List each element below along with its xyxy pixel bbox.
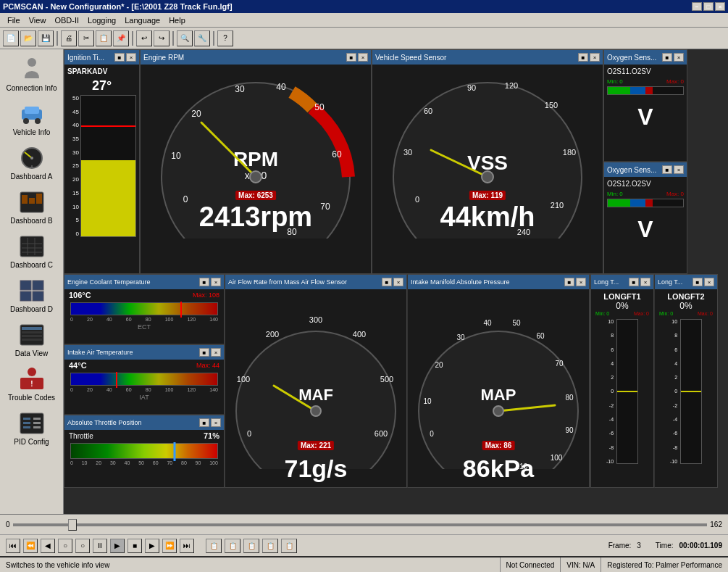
transport-copy2-btn[interactable]: 📋 (225, 539, 240, 553)
svg-text:50: 50 (512, 319, 521, 327)
dashboard-d-icon (17, 276, 46, 305)
transport-prev-btn[interactable]: ◀ (41, 539, 55, 553)
throttle-close-btn[interactable]: × (211, 418, 221, 427)
playback-slider[interactable] (13, 523, 708, 526)
minimize-button[interactable]: − (692, 2, 702, 11)
sidebar-item-data-view[interactable]: Data View (3, 318, 61, 360)
sidebar-item-dashboard-c[interactable]: Dashboard C (3, 229, 61, 272)
new-button[interactable]: 📄 (3, 30, 19, 46)
svg-point-51 (250, 171, 262, 183)
sidebar-item-dashboard-d[interactable]: Dashboard D (3, 273, 61, 316)
maf-min-btn[interactable]: ■ (382, 278, 392, 286)
o2-top-min-btn[interactable]: ■ (662, 53, 672, 62)
sidebar-item-dashboard-b[interactable]: Dashboard B (3, 185, 61, 228)
longft1-close-btn[interactable]: × (640, 278, 650, 286)
maximize-button[interactable]: □ (703, 2, 714, 11)
svg-text:!: ! (30, 380, 33, 388)
toolbar-separator-4 (213, 31, 214, 46)
vss-title: Vehicle Speed Sensor (375, 54, 446, 62)
vss-gauge-area: 0 30 60 90 120 150 180 210 240 VSS (372, 65, 603, 239)
ect-min-btn[interactable]: ■ (199, 278, 209, 286)
ect-label: ECT (64, 323, 224, 331)
sidebar-item-trouble-codes[interactable]: ! Trouble Codes (3, 362, 61, 405)
o2-top-panel: Oxygen Sens... ■ × O2S11.O2SV Min: 0 Max… (603, 49, 687, 162)
gauge-row-2: Engine Coolant Temperature ■ × 106°C Max… (64, 274, 728, 488)
menu-language[interactable]: Language (120, 14, 164, 26)
playback-slider-container (13, 523, 708, 526)
playback-thumb[interactable] (68, 519, 77, 531)
menu-file[interactable]: File (3, 14, 25, 26)
transport-circle1-btn[interactable]: ○ (58, 539, 72, 553)
tb-btn-5[interactable]: ✂ (78, 30, 94, 46)
open-button[interactable]: 📂 (20, 30, 36, 46)
svg-text:600: 600 (375, 429, 388, 438)
map-close-btn[interactable]: × (576, 278, 586, 286)
iat-close-btn[interactable]: × (211, 348, 221, 357)
tb-btn-4[interactable]: 🖨 (61, 30, 77, 46)
tb-btn-11[interactable]: 🔧 (194, 30, 210, 46)
transport-copy5-btn[interactable]: 📋 (281, 539, 297, 553)
svg-text:120: 120 (505, 81, 518, 90)
title-bar: PCMSCAN - New Configuration* - [E:\2001 … (0, 0, 728, 13)
close-button[interactable]: × (715, 2, 725, 11)
transport-copy3-btn[interactable]: 📋 (243, 539, 259, 553)
vss-min-btn[interactable]: ■ (578, 53, 588, 62)
tb-btn-10[interactable]: 🔍 (177, 30, 193, 46)
transport-circle2-btn[interactable]: ○ (75, 539, 90, 553)
transport-play-btn[interactable]: ▶ (110, 539, 125, 553)
svg-text:70: 70 (320, 202, 330, 212)
menu-help[interactable]: Help (164, 14, 190, 26)
transport-pause-btn[interactable]: ⏸ (93, 539, 107, 553)
maf-close-btn[interactable]: × (393, 278, 403, 286)
o2-bottom-min-btn[interactable]: ■ (662, 165, 672, 174)
transport-next-btn[interactable]: ▶ (145, 539, 159, 553)
rpm-min-btn[interactable]: ■ (346, 53, 356, 62)
longft1-min: Min: 0 (595, 311, 609, 316)
status-main-text: Switches to the vehicle info view (0, 558, 501, 572)
longft1-min-btn[interactable]: ■ (629, 278, 639, 286)
svg-text:30: 30 (403, 148, 412, 157)
trouble-codes-icon: ! (17, 365, 46, 394)
transport-copy1-btn[interactable]: 📋 (206, 539, 222, 553)
o2-bottom-blue (630, 199, 645, 207)
sidebar-item-vehicle-info[interactable]: Vehicle Info (3, 96, 61, 139)
menu-obd2[interactable]: OBD-II (50, 14, 83, 26)
iat-min-btn[interactable]: ■ (199, 348, 209, 357)
ignition-close-btn[interactable]: × (126, 53, 136, 62)
transport-first-btn[interactable]: ⏮ (6, 539, 20, 553)
o2-bottom-close-btn[interactable]: × (674, 165, 684, 174)
sidebar-item-connection-info[interactable]: Connection Info (3, 52, 61, 95)
transport-prev-fast-btn[interactable]: ⏪ (23, 539, 38, 553)
tb-btn-8[interactable]: ↩ (136, 30, 152, 46)
map-min-btn[interactable]: ■ (564, 278, 574, 286)
ignition-min-btn[interactable]: ■ (114, 53, 125, 62)
sidebar-item-dashboard-a[interactable]: A Dashboard A (3, 141, 61, 183)
menu-view[interactable]: View (25, 14, 51, 26)
tb-btn-6[interactable]: 📋 (96, 30, 112, 46)
sidebar-item-pid-config[interactable]: PID Config (3, 406, 61, 449)
menu-logging[interactable]: Logging (83, 14, 120, 26)
longft2-close-btn[interactable]: × (704, 278, 714, 286)
tb-btn-7[interactable]: 📌 (113, 30, 129, 46)
vss-close-btn[interactable]: × (590, 53, 600, 62)
transport-stop-btn[interactable]: ■ (127, 539, 142, 553)
ect-close-btn[interactable]: × (211, 278, 221, 286)
tb-btn-9[interactable]: ↪ (154, 30, 170, 46)
throttle-min-btn[interactable]: ■ (199, 418, 209, 427)
help-button[interactable]: ? (217, 30, 233, 46)
transport-copy4-btn[interactable]: 📋 (262, 539, 278, 553)
save-button[interactable]: 💾 (38, 30, 54, 46)
transport-next-fast-btn[interactable]: ⏩ (162, 539, 177, 553)
o2-top-close-btn[interactable]: × (674, 53, 684, 62)
transport-last-btn[interactable]: ⏭ (180, 539, 194, 553)
sidebar-vehicle-label: Vehicle Info (13, 128, 51, 136)
svg-text:30: 30 (456, 333, 465, 341)
longft2-min-btn[interactable]: ■ (693, 278, 703, 286)
rpm-close-btn[interactable]: × (358, 53, 368, 62)
vin-text: VIN: N/A (566, 561, 595, 569)
ect-bar (70, 302, 218, 315)
longft2-content: LONGFT2 0% Min: 0 Max: 0 10 8 6 4 (655, 289, 717, 467)
connection-icon (17, 55, 46, 84)
o2-top-header: Oxygen Sens... ■ × (604, 50, 687, 65)
throttle-bar (70, 443, 218, 459)
